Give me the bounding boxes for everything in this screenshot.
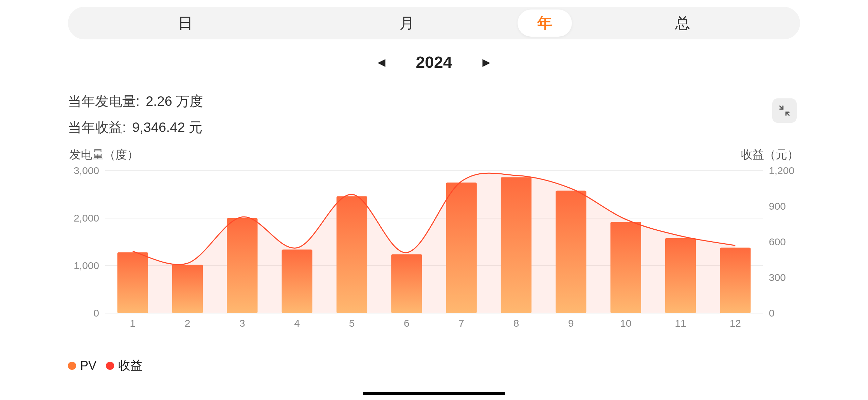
- svg-text:1: 1: [130, 318, 135, 329]
- svg-text:300: 300: [769, 272, 786, 283]
- legend-profit-dot: [106, 362, 114, 370]
- svg-rect-21: [556, 191, 586, 313]
- right-axis-title: 收益（元）: [741, 147, 799, 163]
- svg-text:1,200: 1,200: [769, 167, 794, 176]
- gen-label: 当年发电量:: [68, 92, 140, 111]
- svg-text:11: 11: [675, 318, 686, 329]
- svg-text:10: 10: [620, 318, 631, 329]
- legend: PV 收益: [68, 357, 800, 374]
- rev-label: 当年收益:: [68, 118, 126, 137]
- svg-rect-18: [391, 254, 422, 313]
- svg-rect-13: [117, 252, 148, 313]
- chart-plot: 01,0002,0003,00003006009001,200123456789…: [68, 167, 800, 330]
- tab-month[interactable]: 月: [296, 9, 518, 37]
- svg-text:3,000: 3,000: [74, 167, 99, 176]
- tab-total[interactable]: 总: [572, 9, 793, 37]
- svg-text:6: 6: [404, 318, 410, 329]
- year-value: 2024: [416, 53, 452, 72]
- svg-rect-22: [610, 222, 641, 313]
- next-year-icon[interactable]: ▶: [483, 57, 490, 68]
- prev-year-icon[interactable]: ◀: [378, 57, 385, 68]
- svg-rect-15: [227, 218, 257, 313]
- legend-profit-label: 收益: [118, 357, 143, 374]
- svg-text:4: 4: [294, 318, 300, 329]
- svg-rect-17: [337, 196, 367, 313]
- legend-pv[interactable]: PV: [68, 359, 96, 373]
- collapse-icon[interactable]: [772, 98, 797, 123]
- left-axis-title: 发电量（度）: [69, 147, 139, 163]
- svg-text:2,000: 2,000: [74, 212, 99, 224]
- svg-text:7: 7: [458, 318, 464, 329]
- svg-rect-19: [446, 183, 476, 313]
- tab-day[interactable]: 日: [75, 9, 296, 37]
- svg-rect-20: [501, 177, 531, 313]
- legend-profit[interactable]: 收益: [106, 357, 143, 374]
- svg-text:12: 12: [730, 318, 741, 329]
- svg-rect-14: [172, 265, 203, 313]
- rev-value: 9,346.42 元: [132, 118, 202, 137]
- summary-block: 当年发电量: 2.26 万度 当年收益: 9,346.42 元: [68, 92, 800, 137]
- svg-text:5: 5: [349, 318, 355, 329]
- svg-rect-16: [282, 249, 312, 313]
- svg-text:9: 9: [568, 318, 574, 329]
- svg-rect-23: [665, 238, 696, 313]
- tab-year[interactable]: 年: [518, 9, 572, 37]
- svg-rect-24: [720, 248, 751, 313]
- legend-pv-label: PV: [80, 359, 96, 373]
- svg-text:1,000: 1,000: [74, 260, 99, 271]
- svg-text:900: 900: [769, 201, 786, 212]
- svg-text:600: 600: [769, 236, 786, 247]
- period-tabs: 日 月 年 总: [68, 7, 800, 39]
- svg-text:3: 3: [239, 318, 245, 329]
- svg-text:2: 2: [185, 318, 191, 329]
- svg-text:8: 8: [513, 318, 519, 329]
- legend-pv-dot: [68, 362, 76, 370]
- svg-text:0: 0: [93, 307, 99, 319]
- home-indicator: [363, 392, 505, 395]
- year-selector: ◀ 2024 ▶: [68, 53, 800, 72]
- gen-value: 2.26 万度: [146, 92, 203, 111]
- svg-text:0: 0: [769, 307, 775, 319]
